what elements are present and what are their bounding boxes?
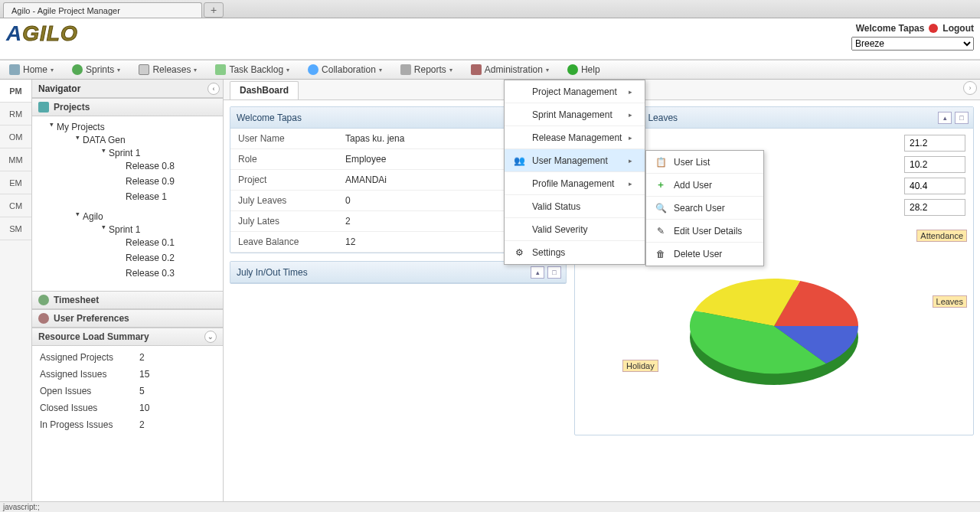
help-icon (567, 64, 578, 75)
rls-row: Closed Issues10 (32, 399, 223, 416)
tab-dashboard[interactable]: DashBoard (230, 81, 299, 99)
att-input-1[interactable] (904, 135, 965, 152)
dd-settings[interactable]: ⚙Settings (505, 241, 645, 264)
status-bar: javascript:; (0, 501, 980, 512)
att-input-2[interactable] (904, 156, 965, 173)
menu-help[interactable]: Help (563, 63, 605, 77)
dd-edit-user[interactable]: ✎Edit User Details (646, 220, 763, 243)
tree-data-gen[interactable]: DATA Gen Sprint 1 Release 0.8 Release 0.… (58, 132, 223, 209)
rls-row: Assigned Issues15 (32, 366, 223, 383)
dd-user-list[interactable]: 📋User List (646, 151, 763, 174)
tree-sprint1-a[interactable]: Sprint 1 Release 0.8 Release 0.9 Release… (84, 145, 223, 207)
dd-release-management[interactable]: Release Management▸ (505, 126, 645, 149)
dd-delete-user[interactable]: 🗑Delete User (646, 243, 763, 266)
dd-valid-status[interactable]: Valid Status (505, 195, 645, 218)
menubar: Home▾ Sprints▾ Releases▾ Task Backlog▾ C… (0, 60, 980, 80)
menu-releases[interactable]: Releases▾ (134, 63, 201, 77)
logo: AGILO (6, 21, 78, 46)
rail-rm[interactable]: RM (0, 103, 31, 126)
dd-sprint-management[interactable]: Sprint Management▸ (505, 103, 645, 126)
menu-collaboration[interactable]: Collaboration▾ (303, 63, 387, 77)
acc-user-prefs[interactable]: User Preferences (32, 309, 223, 328)
rail-pm[interactable]: PM (0, 80, 31, 103)
navigator-header: Navigator ‹ (32, 80, 223, 98)
rail-sm[interactable]: SM (0, 217, 31, 240)
acc-resource-load[interactable]: Resource Load Summary ⌄ (32, 328, 223, 346)
tree-release-09[interactable]: Release 0.9 (110, 174, 223, 189)
collapse-navigator-button[interactable]: ‹ (207, 83, 220, 95)
user-mgmt-submenu: 📋User List ＋Add User 🔍Search User ✎Edit … (645, 150, 764, 266)
panel-maximize-button[interactable]: □ (547, 266, 561, 279)
theme-select[interactable]: Breeze (851, 37, 974, 51)
sprints-icon (72, 64, 83, 75)
att-input-3[interactable] (904, 178, 965, 194)
rls-row: In Progess Issues2 (32, 416, 223, 433)
menu-task-backlog[interactable]: Task Backlog▾ (211, 63, 294, 77)
panel-collapse-button[interactable]: ▴ (531, 266, 544, 279)
list-icon: 📋 (654, 155, 668, 169)
new-tab-button[interactable]: + (204, 2, 224, 18)
chevron-down-icon: ▾ (51, 67, 54, 73)
panel-maximize-button[interactable]: □ (955, 112, 969, 124)
rail-cm[interactable]: CM (0, 194, 31, 217)
trash-icon: 🗑 (654, 247, 668, 261)
timesheet-icon (38, 295, 49, 305)
admin-icon (471, 64, 482, 75)
status-text: javascript:; (3, 503, 40, 511)
browser-tab[interactable]: Agilo - Agile Project Manager (3, 2, 202, 18)
chevron-right-icon: ▸ (629, 88, 632, 96)
rls-row: Open Issues5 (32, 383, 223, 399)
attendance-inputs (897, 129, 973, 222)
tree-release-01[interactable]: Release 0.1 (110, 235, 223, 250)
welcome-text: Welcome Tapas (856, 23, 925, 34)
expand-right-button[interactable]: › (963, 81, 977, 95)
menu-reports[interactable]: Reports▾ (396, 63, 457, 77)
left-rail: PM RM OM MM EM CM SM (0, 80, 32, 501)
tree-release-02[interactable]: Release 0.2 (110, 250, 223, 266)
pie-label-holiday: Holiday (622, 360, 658, 372)
chevron-down-icon: ▾ (286, 67, 289, 73)
tree-release-03[interactable]: Release 0.3 (110, 266, 223, 281)
pie-label-attendance: Attendance (916, 230, 967, 242)
tree-release-08[interactable]: Release 0.8 (110, 158, 223, 174)
resource-load-summary: Assigned Projects2 Assigned Issues15 Ope… (32, 346, 223, 436)
chevron-down-icon: ▾ (546, 67, 549, 73)
edit-icon: ✎ (654, 224, 668, 238)
admin-dropdown: Project Management▸ Sprint Management▸ R… (504, 80, 645, 265)
acc-projects[interactable]: Projects (32, 98, 223, 116)
att-input-4[interactable] (904, 199, 965, 216)
chevron-right-icon: ▸ (629, 111, 632, 119)
backlog-icon (215, 64, 226, 75)
rls-row: Assigned Projects2 (32, 349, 223, 366)
browser-tab-strip: Agilo - Agile Project Manager + (0, 0, 980, 18)
tree-sprint1-b[interactable]: Sprint 1 Release 0.1 Release 0.2 Release… (84, 222, 223, 283)
dd-search-user[interactable]: 🔍Search User (646, 197, 763, 220)
menu-home[interactable]: Home▾ (5, 63, 58, 77)
tree-agilo[interactable]: Agilo Sprint 1 Release 0.1 Release 0.2 R… (58, 209, 223, 285)
user-prefs-icon (38, 313, 49, 324)
dd-project-management[interactable]: Project Management▸ (505, 80, 645, 103)
panel-title: Welcome Tapas (237, 113, 302, 123)
tree-my-projects[interactable]: My Projects DATA Gen Sprint 1 Release 0.… (32, 119, 223, 288)
chevron-down-icon: ▾ (449, 67, 452, 73)
logout-link[interactable]: Logout (942, 23, 974, 34)
project-tree: My Projects DATA Gen Sprint 1 Release 0.… (32, 116, 223, 291)
menu-administration[interactable]: Administration▾ (466, 63, 554, 77)
dd-add-user[interactable]: ＋Add User (646, 174, 763, 197)
navigator-panel: Navigator ‹ Projects My Projects DATA Ge… (32, 80, 224, 501)
tree-release-1[interactable]: Release 1 (110, 189, 223, 204)
users-icon: 👥 (512, 154, 526, 168)
menu-sprints[interactable]: Sprints▾ (67, 63, 125, 77)
rls-toggle-icon[interactable]: ⌄ (204, 331, 217, 343)
projects-icon (38, 102, 49, 113)
dd-valid-severity[interactable]: Valid Severity (505, 218, 645, 241)
panel-collapse-button[interactable]: ▴ (938, 112, 952, 124)
releases-icon (139, 64, 149, 75)
rail-om[interactable]: OM (0, 126, 31, 148)
dd-profile-management[interactable]: Profile Management▸ (505, 172, 645, 195)
acc-timesheet[interactable]: Timesheet (32, 291, 223, 309)
rail-em[interactable]: EM (0, 171, 31, 194)
panel-title: July In/Out Times (237, 267, 308, 278)
dd-user-management[interactable]: 👥User Management▸ (505, 149, 645, 172)
rail-mm[interactable]: MM (0, 148, 31, 171)
